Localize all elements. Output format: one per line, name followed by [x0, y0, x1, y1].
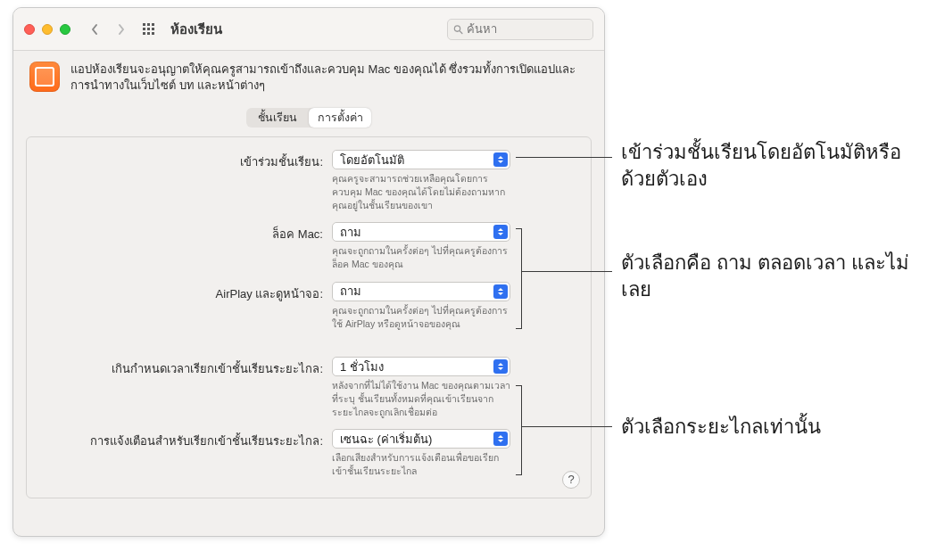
tab-settings[interactable]: การตั้งค่า: [309, 108, 371, 128]
intro-text: แอปห้องเรียนจะอนุญาตให้คุณครูสามารถเข้าถ…: [70, 62, 588, 94]
close-window-button[interactable]: [24, 24, 35, 35]
minimize-window-button[interactable]: [42, 24, 53, 35]
lead-line-vertical: [521, 385, 522, 474]
intro-row: แอปห้องเรียนจะอนุญาตให้คุณครูสามารถเข้าถ…: [13, 51, 604, 103]
svg-rect-7: [147, 32, 150, 35]
lead-line: [516, 328, 522, 329]
annotation-options: ตัวเลือกคือ ถาม ตลอดเวลา และไม่เลย: [621, 250, 928, 302]
lead-line: [516, 228, 522, 229]
search-input[interactable]: [467, 22, 587, 36]
svg-rect-1: [147, 23, 150, 26]
window-controls: [24, 24, 70, 35]
row-airplay: AirPlay และดูหน้าจอ: ถาม คุณจะถูกถามในคร…: [41, 282, 576, 330]
preferences-window: ห้องเรียน แอปห้องเรียนจะอนุญาตให้คุณครูส…: [12, 7, 605, 537]
label-lock-mac: ล็อค Mac:: [41, 222, 332, 243]
lead-line: [516, 385, 522, 386]
updown-arrows-icon: [493, 284, 508, 299]
updown-arrows-icon: [493, 152, 508, 167]
select-notify-value: เซนฉะ (ค่าเริ่มต้น): [340, 430, 432, 449]
svg-rect-6: [143, 32, 145, 35]
updown-arrows-icon: [493, 432, 508, 446]
settings-panel: เข้าร่วมชั้นเรียน: โดยอัตโนมัติ คุณครูจะ…: [26, 136, 592, 498]
svg-point-9: [454, 25, 460, 30]
svg-rect-3: [143, 28, 145, 30]
select-timeout[interactable]: 1 ชั่วโมง: [332, 357, 510, 376]
hint-airplay: คุณจะถูกถามในครั้งต่อๆ ไปที่คุณครูต้องกา…: [332, 304, 510, 330]
hint-join-class: คุณครูจะสามารถช่วยเหลือคุณโดยการควบคุม M…: [332, 172, 510, 211]
hint-timeout: หลังจากที่ไม่ได้ใช้งาน Mac ของคุณตามเวลา…: [332, 379, 510, 418]
search-field-container[interactable]: [447, 19, 593, 40]
lead-line-vertical: [521, 228, 522, 328]
label-timeout: เกินกำหนดเวลาเรียกเข้าชั้นเรียนระยะไกล:: [41, 357, 332, 378]
annotation-remote: ตัวเลือกระยะไกลเท่านั้น: [621, 414, 821, 441]
lead-line: [516, 474, 522, 475]
select-airplay[interactable]: ถาม: [332, 282, 510, 301]
select-airplay-value: ถาม: [340, 282, 361, 301]
forward-button[interactable]: [113, 21, 129, 38]
hint-notify: เลือกเสียงสำหรับการแจ้งเตือนเพื่อขอเรียก…: [332, 451, 510, 477]
annotation-join: เข้าร่วมชั้นเรียนโดยอัตโนมัติหรือด้วยตัว…: [621, 139, 928, 192]
label-join-class: เข้าร่วมชั้นเรียน:: [41, 150, 332, 171]
row-notify: การแจ้งเตือนสำหรับเรียกเข้าชั้นเรียนระยะ…: [41, 429, 576, 477]
show-all-button[interactable]: [140, 21, 158, 38]
svg-line-10: [460, 30, 462, 33]
lead-line: [521, 426, 612, 427]
svg-rect-8: [152, 32, 154, 35]
classroom-app-icon: [29, 62, 60, 92]
tab-bar: ชั้นเรียน การตั้งค่า: [246, 108, 371, 128]
search-icon: [453, 24, 463, 35]
row-lock-mac: ล็อค Mac: ถาม คุณจะถูกถามในครั้งต่อๆ ไปท…: [41, 222, 576, 270]
nav-buttons: [87, 21, 129, 38]
svg-rect-2: [152, 23, 154, 26]
hint-lock-mac: คุณจะถูกถามในครั้งต่อๆ ไปที่คุณครูต้องกา…: [332, 244, 510, 270]
tab-class[interactable]: ชั้นเรียน: [246, 108, 309, 128]
updown-arrows-icon: [493, 225, 508, 239]
window-title: ห้องเรียน: [170, 19, 222, 40]
updown-arrows-icon: [493, 359, 508, 374]
select-timeout-value: 1 ชั่วโมง: [340, 358, 384, 376]
label-airplay: AirPlay และดูหน้าจอ:: [41, 282, 332, 303]
svg-rect-4: [147, 28, 150, 30]
label-notify: การแจ้งเตือนสำหรับเรียกเข้าชั้นเรียนระยะ…: [41, 429, 332, 450]
svg-rect-0: [143, 23, 145, 26]
row-timeout: เกินกำหนดเวลาเรียกเข้าชั้นเรียนระยะไกล: …: [41, 357, 576, 418]
select-lock-mac-value: ถาม: [340, 223, 361, 242]
select-lock-mac[interactable]: ถาม: [332, 222, 510, 242]
lead-line: [516, 157, 612, 158]
select-notify[interactable]: เซนฉะ (ค่าเริ่มต้น): [332, 429, 510, 449]
select-join-class[interactable]: โดยอัตโนมัติ: [332, 150, 510, 169]
select-join-class-value: โดยอัตโนมัติ: [340, 151, 404, 169]
titlebar: ห้องเรียน: [13, 8, 604, 51]
lead-line: [521, 271, 612, 272]
back-button[interactable]: [87, 21, 103, 38]
svg-rect-5: [152, 28, 154, 30]
row-join-class: เข้าร่วมชั้นเรียน: โดยอัตโนมัติ คุณครูจะ…: [41, 150, 576, 211]
help-button[interactable]: ?: [562, 471, 580, 489]
zoom-window-button[interactable]: [60, 24, 70, 35]
